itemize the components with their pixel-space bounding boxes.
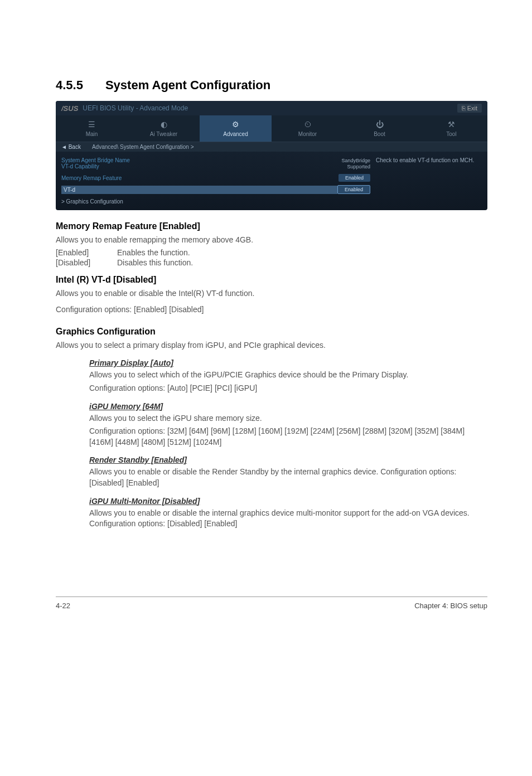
power-icon: ⏻ — [346, 120, 413, 129]
setting-row: VT-d Capability Supported — [61, 163, 370, 169]
help-text: Check to enable VT-d function on MCH. — [376, 157, 474, 163]
option-key: [Enabled] — [56, 248, 117, 257]
subitem-desc: Allows you to enable or disable the inte… — [89, 508, 487, 530]
setting-row[interactable]: Memory Remap Feature Enabled — [61, 174, 370, 182]
bios-logo: /SUS — [61, 104, 78, 113]
exit-label: Exit — [467, 105, 477, 111]
tab-tool[interactable]: ⚒Tool — [415, 115, 487, 142]
setting-dropdown[interactable]: Enabled — [338, 174, 370, 182]
section-heading: 4.5.5System Agent Configuration — [56, 78, 487, 93]
option-row: [Enabled] Enables the function. — [56, 248, 487, 257]
tab-label: Advanced — [223, 131, 248, 137]
setting-row: System Agent Bridge Name SandyBridge — [61, 157, 370, 163]
subitem-igpu-multimonitor: iGPU Multi-Monitor [Disabled] Allows you… — [89, 497, 487, 530]
subitem-title: iGPU Multi-Monitor [Disabled] — [89, 497, 487, 506]
breadcrumb: Advanced\ System Agent Configuration > — [92, 144, 194, 150]
setting-label: Memory Remap Feature — [61, 175, 338, 181]
exit-icon: ⎘ — [462, 105, 467, 111]
back-button[interactable]: ◄ Back — [61, 144, 81, 150]
setting-dropdown[interactable]: Enabled — [337, 185, 370, 194]
breadcrumb-row: ◄ Back Advanced\ System Agent Configurat… — [56, 142, 487, 152]
gear-icon: ⚙ — [202, 120, 269, 129]
subitem-title: iGPU Memory [64M] — [89, 402, 487, 411]
setting-label: VT-d — [61, 186, 337, 194]
desc-vtd: Allows you to enable or disable the Inte… — [56, 288, 487, 299]
list-icon: ☰ — [58, 120, 125, 129]
option-row: [Disabled] Disables this function. — [56, 258, 487, 267]
subitem-title: Primary Display [Auto] — [89, 358, 487, 367]
expand-graphics-config[interactable]: > Graphics Configuration — [61, 198, 370, 205]
tab-ai-tweaker[interactable]: ◐Ai Tweaker — [128, 115, 200, 142]
setting-row-highlighted[interactable]: VT-d Enabled — [61, 185, 370, 194]
bios-help-pane: Check to enable VT-d function on MCH. — [370, 157, 482, 205]
tab-main[interactable]: ☰Main — [56, 115, 128, 142]
setting-value: Supported — [347, 164, 370, 169]
chapter-label: Chapter 4: BIOS setup — [414, 602, 487, 610]
heading-graphics: Graphics Configuration — [56, 327, 487, 337]
option-desc: Enables the function. — [117, 248, 190, 257]
subitem-desc: Allows you to select the iGPU share memo… — [89, 413, 487, 424]
bios-settings-list: System Agent Bridge Name SandyBridge VT-… — [61, 157, 370, 205]
bios-header-title: UEFI BIOS Utility - Advanced Mode — [83, 104, 188, 112]
subitem-desc: Allows you to select which of the iGPU/P… — [89, 370, 487, 381]
setting-label: System Agent Bridge Name — [61, 157, 341, 163]
option-key: [Disabled] — [56, 258, 117, 267]
subitem-config: Configuration options: [Auto] [PCIE] [PC… — [89, 383, 487, 394]
setting-value: SandyBridge — [341, 158, 370, 163]
page-number: 4-22 — [56, 602, 70, 610]
page-footer: 4-22 Chapter 4: BIOS setup — [56, 596, 487, 610]
tab-label: Monitor — [298, 131, 317, 137]
tab-advanced[interactable]: ⚙Advanced — [200, 115, 272, 142]
bios-tabs: ☰Main ◐Ai Tweaker ⚙Advanced ⏲Monitor ⏻Bo… — [56, 115, 487, 142]
bios-header: /SUS UEFI BIOS Utility - Advanced Mode ⎘… — [56, 101, 487, 115]
subitem-title: Render Standby [Enabled] — [89, 455, 487, 464]
tab-boot[interactable]: ⏻Boot — [344, 115, 415, 142]
subitem-primary-display: Primary Display [Auto] Allows you to sel… — [89, 358, 487, 394]
tab-label: Tool — [446, 131, 456, 137]
back-label: Back — [69, 144, 81, 150]
desc-graphics: Allows you to select a primary display f… — [56, 340, 487, 351]
bios-screenshot: /SUS UEFI BIOS Utility - Advanced Mode ⎘… — [56, 101, 487, 210]
tab-label: Boot — [374, 131, 385, 137]
option-desc: Disables this function. — [117, 258, 193, 267]
subitem-render-standby: Render Standby [Enabled] Allows you to e… — [89, 455, 487, 488]
heading-memory-remap: Memory Remap Feature [Enabled] — [56, 221, 487, 231]
desc-memory-remap: Allows you to enable remapping the memor… — [56, 235, 487, 246]
monitor-icon: ⏲ — [274, 120, 341, 129]
setting-label: VT-d Capability — [61, 163, 347, 169]
heading-vtd: Intel (R) VT-d [Disabled] — [56, 275, 487, 285]
subitem-config: Configuration options: [32M] [64M] [96M]… — [89, 426, 487, 448]
section-title: System Agent Configuration — [105, 78, 270, 92]
subitem-desc: Allows you to enable or disable the Rend… — [89, 467, 487, 488]
tab-label: Ai Tweaker — [150, 131, 177, 137]
tool-icon: ⚒ — [418, 120, 485, 129]
tab-label: Main — [86, 131, 98, 137]
subitem-igpu-memory: iGPU Memory [64M] Allows you to select t… — [89, 402, 487, 448]
config-vtd: Configuration options: [Enabled] [Disabl… — [56, 304, 487, 316]
tab-monitor[interactable]: ⏲Monitor — [272, 115, 344, 142]
bios-body: System Agent Bridge Name SandyBridge VT-… — [56, 152, 487, 210]
section-number: 4.5.5 — [56, 78, 83, 92]
exit-button[interactable]: ⎘ Exit — [457, 104, 482, 113]
tweak-icon: ◐ — [130, 120, 197, 129]
